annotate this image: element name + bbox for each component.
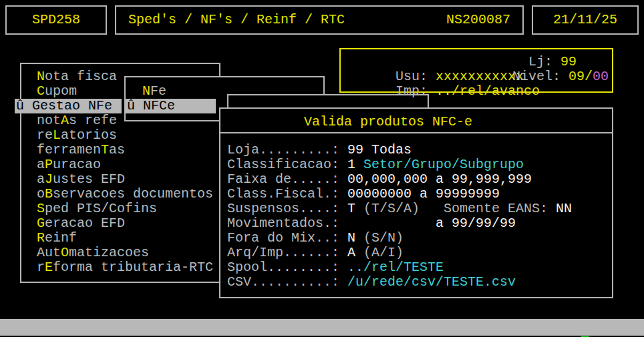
menu-item-sped-pis-cofins[interactable]: Sped PIS/Cofins [21, 202, 219, 216]
field-value[interactable]: N [347, 230, 355, 246]
field-value[interactable]: Setor/Grupo/Subgrupo [363, 157, 524, 172]
header-title-box: Sped's / NF's / Reinf / RTC NS200087 [115, 5, 524, 35]
field-label: Spool........: [227, 260, 347, 275]
field-loja[interactable]: Loja.........:99 Todas [220, 143, 612, 157]
hotkey-letter: O [61, 245, 69, 260]
hotkey-letter: R [37, 230, 45, 246]
field-value[interactable]: 1 [347, 157, 363, 172]
hotkey-letter: P [45, 157, 53, 172]
printer-label: Imp: [395, 83, 428, 99]
hotkey-letter: T [101, 142, 109, 157]
hotkey-letter: C [37, 83, 45, 99]
field-label: Movimentados.: [227, 216, 347, 231]
field-value[interactable]: 00,000,000 a 99,999,999 [347, 172, 532, 187]
menu-item-relatorios[interactable]: reLatorios [21, 128, 219, 143]
menu-item-apuracao[interactable]: aPuracao [21, 157, 219, 172]
field-value[interactable]: ../rel/TESTE [347, 260, 444, 275]
field-faixa[interactable]: Faixa de.....:00,000,000 a 99,999,999 [220, 172, 612, 187]
menu-item-observacoes-documentos[interactable]: oBservacoes documentos [21, 187, 219, 202]
menu-item-reforma-tributaria-rtc[interactable]: rEforma tributaria-RTC [21, 260, 219, 275]
field-movimentados[interactable]: Movimentados.: a 99/99/99 [220, 216, 612, 231]
terminal-screen: SPD258 Sped's / NF's / Reinf / RTC NS200… [0, 0, 644, 337]
hotkey-letter: G [37, 216, 45, 231]
printer-value: ../rel/avanco [436, 83, 540, 99]
hotkey-letter: L [53, 127, 61, 143]
field-spool[interactable]: Spool........:../rel/TESTE [220, 260, 612, 275]
store-value: 99 [560, 54, 577, 69]
field-label: CSV..........: [227, 274, 347, 290]
store-label: Lj: [528, 54, 552, 69]
selection-marker-icon: û [127, 98, 143, 113]
field-classificacao[interactable]: Classificacao:1 Setor/Grupo/Subgrupo [220, 157, 612, 172]
selection-marker-icon: û [16, 98, 32, 113]
field-csv[interactable]: CSV..........:/u/rede/csv/TESTE.csv [220, 275, 612, 290]
selected-submenu-highlight: û NFCe [126, 99, 216, 113]
field-label: Classificacao: [227, 157, 347, 172]
level-value-minor: 00 [593, 69, 609, 84]
field-label: Suspensos....: [227, 201, 347, 216]
level-label: Nivel: [512, 69, 560, 84]
field-fora-do-mix[interactable]: Fora do Mix..:N (S/N) [220, 231, 612, 246]
user-line: Usu: xxxxxxxxxxx Lj: 99 [341, 55, 612, 69]
hotkey-letter: S [37, 201, 45, 216]
menu-item-geracao-efd[interactable]: Geracao EFD [21, 216, 219, 231]
selected-menu-highlight: û Gestao NFe [15, 99, 122, 113]
dialog-title-separator [219, 132, 613, 133]
field-label: Faixa de.....: [227, 172, 347, 187]
level-cluster: Nivel: 09/00 [512, 69, 609, 84]
field-label: Fora do Mix..: [227, 230, 347, 246]
field-suspensos[interactable]: Suspensos....:T (T/S/A) Somente EANS: NN [220, 202, 612, 216]
header-date-box: 21/11/25 [532, 5, 639, 35]
hotkey-letter: N [142, 83, 150, 99]
hotkey-letter: E [45, 260, 53, 275]
store-cluster: Lj: 99 [528, 55, 577, 69]
field-value[interactable]: 99 Todas [347, 142, 412, 157]
field-value[interactable]: A [347, 245, 355, 260]
field-value[interactable]: (S/N) [355, 230, 404, 246]
header-program-box: SPD258 [5, 5, 107, 35]
printer-line: Imp: ../rel/avanco Nivel: 09/00 [341, 69, 612, 84]
field-value[interactable]: NN [556, 201, 572, 216]
hotkey-letter: B [45, 186, 53, 202]
field-value[interactable]: a 99/99/99 [347, 216, 516, 231]
field-value[interactable]: 00000000 a 99999999 [347, 186, 500, 202]
hotkey-letter: J [45, 172, 53, 187]
hotkey-letter: N [37, 69, 45, 84]
field-class-fiscal[interactable]: Class.Fiscal.:00000000 a 99999999 [220, 187, 612, 202]
field-value[interactable]: (A/I) [355, 245, 404, 260]
valida-produtos-dialog: Valida produtos NFC-e Loja.........:99 T… [219, 107, 613, 298]
dialog-title: Valida produtos NFC-e [304, 115, 472, 129]
field-value[interactable]: (T/S/A) Somente EANS: [355, 201, 556, 216]
program-code: SPD258 [32, 13, 80, 27]
field-label: Arq/Imp......: [227, 245, 347, 260]
status-bar: Confirma?S(S/N) [0, 319, 644, 336]
level-value-major: 09/ [569, 69, 593, 84]
menu-item-automatizacoes[interactable]: AutOmatizacoes [21, 246, 219, 260]
field-label: Class.Fiscal.: [227, 186, 347, 202]
doc-code: NS200087 [446, 13, 510, 27]
field-arq-imp[interactable]: Arq/Imp......:A (A/I) [220, 246, 612, 260]
current-date: 21/11/25 [553, 13, 617, 27]
user-panel: Usu: xxxxxxxxxxx Lj: 99 Imp: ../rel/avan… [339, 48, 613, 93]
menu-item-reinf[interactable]: Reinf [21, 231, 219, 246]
menu-item-ferramentas[interactable]: ferramenTas [21, 143, 219, 157]
field-value[interactable]: T [347, 201, 355, 216]
hotkey-letter: A [61, 113, 69, 128]
menu-item-ajustes-efd[interactable]: aJustes EFD [21, 172, 219, 187]
app-title: Sped's / NF's / Reinf / RTC [128, 13, 345, 27]
field-label: Loja.........: [227, 142, 347, 157]
field-value[interactable]: /u/rede/csv/TESTE.csv [347, 274, 516, 290]
